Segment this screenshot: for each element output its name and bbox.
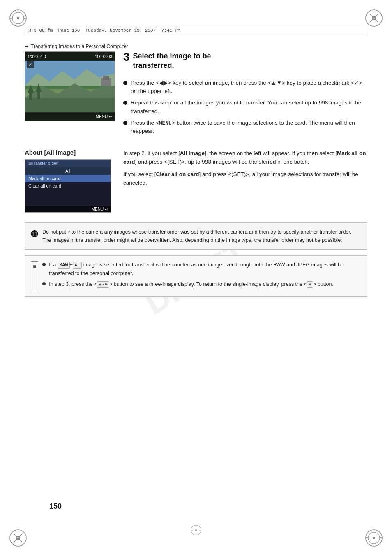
camera-screen: 1/320 4.0 100-0003 xyxy=(25,51,115,121)
about-section: About [All image] ⊟Transfer order All Ma… xyxy=(25,149,367,213)
svg-marker-29 xyxy=(28,85,34,93)
corner-decoration-br xyxy=(364,528,384,548)
note-dot-1 xyxy=(42,263,46,266)
image-number: 100-0003 xyxy=(48,54,112,59)
checkmark-indicator: ✓ xyxy=(27,61,34,68)
step-bullets: Press the <◀▶> key to select an image, t… xyxy=(123,79,367,136)
svg-point-13 xyxy=(373,537,375,539)
header-bar: H73_08.fm Page 150 Tuesday, November 13,… xyxy=(25,25,367,36)
warning-icon: ⓫ xyxy=(31,228,38,244)
bullet-dot-2 xyxy=(123,101,127,105)
svg-point-2 xyxy=(17,17,19,19)
bullet-text-1: Press the <◀▶> key to select an image, t… xyxy=(131,79,367,96)
camera-top-bar: 1/320 4.0 100-0003 xyxy=(25,52,115,61)
aperture: 4.0 xyxy=(40,54,46,59)
about-paragraph-2: If you select [Clear all on card] and pr… xyxy=(123,170,367,188)
note-dot-2 xyxy=(42,282,46,285)
step3-content: 3 Select the image to betransferred. Pre… xyxy=(123,51,367,139)
menu-clear-row: Clear all on card xyxy=(25,182,111,190)
note-icon: ≡ xyxy=(31,261,38,291)
menu-all-row: All xyxy=(25,167,111,175)
menu-label: MENU ↩ xyxy=(96,114,112,119)
bullet-dot xyxy=(123,81,127,85)
breadcrumb: ➨ Transferring Images to a Personal Comp… xyxy=(25,43,128,49)
landscape-photo xyxy=(25,61,115,112)
bullet-item-3: Press the <MENU> button twice to save th… xyxy=(123,119,367,136)
bullet-text-2: Repeat this step for all the images you … xyxy=(131,99,367,116)
header-time: 7:41 PM xyxy=(156,28,180,33)
svg-rect-27 xyxy=(25,98,115,113)
bullet-item-1: Press the <◀▶> key to select an image, t… xyxy=(123,79,367,96)
shutter-speed: 1/320 xyxy=(28,54,38,59)
step-title: Select the image to betransferred. xyxy=(133,51,211,71)
bullet-text-3: Press the <MENU> button twice to save th… xyxy=(131,119,367,136)
bullet-item-2: Repeat this step for all the images you … xyxy=(123,99,367,116)
note-bullets-list: If a RAW+▲L image is selected for transf… xyxy=(42,261,361,291)
breadcrumb-icon: ➨ xyxy=(25,43,29,49)
breadcrumb-text: Transferring Images to a Personal Comput… xyxy=(31,44,128,49)
menu-header-row: ⊟Transfer order xyxy=(25,160,111,167)
note-box: ≡ If a RAW+▲L image is selected for tran… xyxy=(25,255,367,297)
header-page: Page 150 xyxy=(53,28,85,33)
note-item-1: If a RAW+▲L image is selected for transf… xyxy=(42,261,361,278)
menu-mark-row: Mark all on card xyxy=(25,175,111,182)
header-filename: H73_08.fm xyxy=(28,28,53,33)
header-date: Tuesday, November 13, 2007 xyxy=(85,28,156,33)
menu-screen: ⊟Transfer order All Mark all on card Cle… xyxy=(25,159,111,213)
camera-bottom-bar: MENU ↩ xyxy=(25,112,115,121)
step3-section: 1/320 4.0 100-0003 xyxy=(25,51,367,139)
warning-text: Do not put into the camera any images wh… xyxy=(42,228,361,244)
about-content: In step 2, if you select [All image], th… xyxy=(123,149,367,213)
warning-box: ⓫ Do not put into the camera any images … xyxy=(25,222,367,250)
about-title: About [All image] xyxy=(25,149,76,156)
svg-rect-33 xyxy=(103,76,109,80)
step-number: 3 xyxy=(123,51,130,63)
corner-decoration-bl xyxy=(8,528,28,548)
bottom-center-crosshair xyxy=(189,524,203,538)
main-content: 1/320 4.0 100-0003 xyxy=(25,51,367,523)
page-number: 150 xyxy=(49,502,62,511)
svg-point-19 xyxy=(195,529,197,531)
note-item-2: In step 3, press the <⊞·⊕> button to see… xyxy=(42,280,361,289)
bullet-dot-3 xyxy=(123,121,127,125)
note-text-2: In step 3, press the <⊞·⊕> button to see… xyxy=(49,280,333,289)
menu-bottom: MENU ↩ xyxy=(25,206,111,212)
about-paragraph-1: In step 2, if you select [All image], th… xyxy=(123,149,367,167)
note-text-1: If a RAW+▲L image is selected for transf… xyxy=(49,261,361,278)
